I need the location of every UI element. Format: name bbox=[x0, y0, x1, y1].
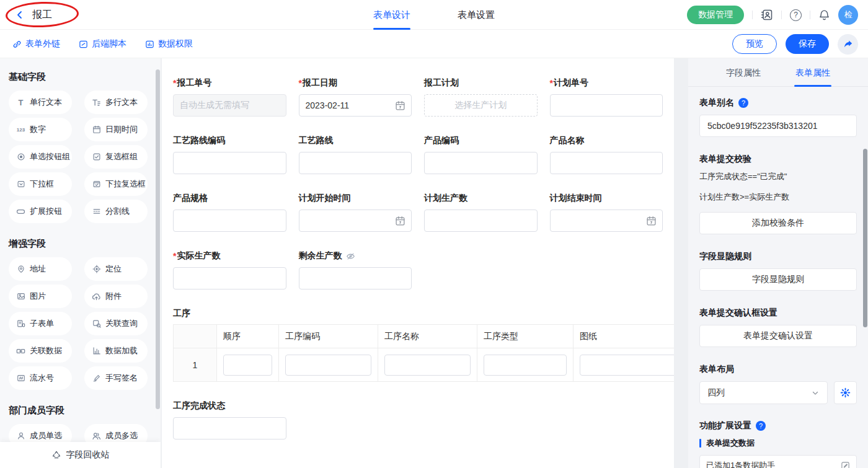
form-toolbar: 表单外链 后端脚本 数据权限 预览 保存 bbox=[0, 30, 868, 58]
palette-item-divider[interactable]: 分割线 bbox=[84, 200, 148, 223]
field-remaining-qty[interactable]: 剩余生产数 bbox=[299, 250, 412, 289]
cloud-upload-icon bbox=[91, 292, 102, 301]
help-icon[interactable]: ? bbox=[790, 9, 802, 21]
tab-form-design[interactable]: 表单设计 bbox=[373, 0, 410, 30]
process-name-cell-input[interactable] bbox=[384, 355, 471, 376]
palette-item-datetime[interactable]: 日期时间 bbox=[84, 118, 148, 141]
contacts-book-icon[interactable] bbox=[761, 9, 773, 21]
submit-data-assistant-input[interactable]: 已添加1条数据助手 bbox=[699, 455, 857, 468]
data-manage-button[interactable]: 数据管理 bbox=[687, 6, 744, 24]
layout-select[interactable]: 四列 bbox=[699, 381, 828, 404]
field-report-no[interactable]: *报工单号 自动生成无需填写 bbox=[173, 77, 286, 117]
palette-item-number[interactable]: 123数字 bbox=[9, 118, 72, 141]
product-spec-input[interactable] bbox=[173, 210, 286, 232]
calendar-icon[interactable] bbox=[646, 216, 657, 226]
field-report-plan[interactable]: 报工计划 选择生产计划 bbox=[424, 77, 538, 117]
plan-end-time-input[interactable] bbox=[550, 210, 663, 232]
select-plan-picker[interactable]: 选择生产计划 bbox=[424, 94, 538, 117]
tab-form-settings[interactable]: 表单设置 bbox=[458, 0, 495, 30]
gear-icon bbox=[840, 387, 851, 398]
user-avatar[interactable]: 检 bbox=[838, 5, 858, 25]
layout-settings-button[interactable] bbox=[834, 381, 857, 404]
plan-no-input[interactable] bbox=[550, 94, 663, 117]
palette-item-attachment[interactable]: 附件 bbox=[84, 285, 148, 308]
plan-qty-input[interactable] bbox=[424, 210, 538, 232]
palette-item-checkbox-group[interactable]: 复选框组 bbox=[84, 145, 148, 169]
palette-item-relation-data[interactable]: 关联数据 bbox=[9, 339, 72, 363]
calendar-icon[interactable] bbox=[395, 216, 405, 226]
route-input[interactable] bbox=[299, 152, 412, 174]
palette-item-relation-query[interactable]: 关联查询 bbox=[84, 312, 148, 335]
form-alias-input[interactable]: 5cbc0e919f52235f3b313201 bbox=[699, 115, 857, 137]
remaining-qty-input[interactable] bbox=[299, 267, 412, 289]
field-plan-start-time[interactable]: 计划开始时间 bbox=[299, 193, 412, 232]
button-icon bbox=[16, 207, 26, 216]
field-product-spec[interactable]: 产品规格 bbox=[173, 193, 286, 232]
field-plan-no[interactable]: *计划单号 bbox=[550, 77, 663, 117]
edit-pencil-icon[interactable] bbox=[841, 461, 850, 468]
share-button[interactable] bbox=[838, 34, 858, 55]
help-badge-icon[interactable]: ? bbox=[738, 98, 748, 108]
drawing-cell-input[interactable] bbox=[580, 355, 674, 376]
palette-item-multi-text[interactable]: 多行文本 bbox=[84, 91, 148, 114]
validation-rule[interactable]: 计划生产数>=实际生产数 bbox=[699, 192, 857, 203]
field-plan-end-time[interactable]: 计划结束时间 bbox=[550, 193, 663, 232]
data-permission-action[interactable]: 数据权限 bbox=[145, 38, 193, 50]
divider bbox=[810, 11, 810, 19]
visibility-rules-button[interactable]: 字段显隐规则 bbox=[699, 268, 857, 291]
palette-item-address[interactable]: 地址 bbox=[9, 257, 72, 281]
preview-button[interactable]: 预览 bbox=[732, 34, 777, 54]
submit-confirm-button[interactable]: 表单提交确认设置 bbox=[699, 325, 857, 347]
eye-off-icon[interactable] bbox=[346, 252, 355, 261]
tab-field-properties[interactable]: 字段属性 bbox=[726, 58, 761, 87]
palette-item-single-text[interactable]: T单行文本 bbox=[9, 91, 72, 114]
save-button[interactable]: 保存 bbox=[786, 34, 829, 54]
field-process-status[interactable]: 工序完成状态 bbox=[173, 400, 286, 439]
field-report-date[interactable]: *报工日期 2023-02-11 bbox=[299, 77, 412, 117]
calendar-icon[interactable] bbox=[395, 100, 405, 111]
product-code-input[interactable] bbox=[424, 152, 538, 174]
field-recycle-bin[interactable]: 字段回收站 bbox=[0, 442, 161, 468]
field-plan-qty[interactable]: 计划生产数 bbox=[424, 193, 538, 232]
text-icon: T bbox=[16, 98, 26, 107]
process-subtable[interactable]: 工序 顺序 工序编码 工序名称 工序类型 图纸 1 bbox=[173, 308, 663, 382]
chevron-down-icon bbox=[811, 389, 820, 397]
palette-item-serial-number[interactable]: 流水号 bbox=[9, 366, 72, 390]
palette-item-extend-button[interactable]: 扩展按钮 bbox=[9, 200, 72, 223]
bell-icon[interactable] bbox=[818, 9, 830, 21]
palette-item-image[interactable]: 图片 bbox=[9, 285, 72, 308]
panel-scrollbar[interactable] bbox=[863, 149, 867, 327]
report-date-input[interactable]: 2023-02-11 bbox=[299, 94, 412, 117]
plan-start-time-input[interactable] bbox=[299, 210, 412, 232]
top-header: 报工 表单设计 表单设置 数据管理 ? 检 bbox=[0, 0, 868, 30]
palette-item-data-load[interactable]: 数据加载 bbox=[84, 339, 148, 363]
col-header-order: 顺序 bbox=[217, 325, 279, 348]
order-cell-input[interactable] bbox=[223, 355, 272, 376]
validation-rule[interactable]: 工序完成状态=="已完成" bbox=[699, 171, 857, 182]
field-actual-qty[interactable]: *实际生产数 bbox=[173, 250, 286, 289]
actual-qty-input[interactable] bbox=[173, 267, 286, 289]
section-title-members: 部门成员字段 bbox=[9, 405, 161, 417]
field-route[interactable]: 工艺路线 bbox=[299, 135, 412, 174]
palette-item-signature[interactable]: 手写签名 bbox=[84, 366, 148, 390]
palette-item-multi-select[interactable]: 下拉复选框 bbox=[84, 172, 148, 196]
field-product-name[interactable]: 产品名称 bbox=[550, 135, 663, 174]
product-name-input[interactable] bbox=[550, 152, 663, 174]
process-status-input[interactable] bbox=[173, 417, 286, 439]
palette-item-locate[interactable]: 定位 bbox=[84, 257, 148, 281]
process-type-cell-input[interactable] bbox=[484, 355, 567, 376]
sidebar-scrollbar[interactable] bbox=[156, 69, 160, 409]
tab-form-properties[interactable]: 表单属性 bbox=[795, 58, 830, 87]
process-code-cell-input[interactable] bbox=[285, 355, 371, 376]
backend-script-action[interactable]: 后端脚本 bbox=[79, 38, 126, 50]
field-product-code[interactable]: 产品编码 bbox=[424, 135, 538, 174]
external-link-action[interactable]: 表单外链 bbox=[12, 38, 60, 50]
report-no-input[interactable]: 自动生成无需填写 bbox=[173, 94, 286, 117]
route-code-input[interactable] bbox=[173, 152, 286, 174]
field-route-code[interactable]: 工艺路线编码 bbox=[173, 135, 286, 174]
palette-item-radio-group[interactable]: 单选按钮组 bbox=[9, 145, 72, 169]
palette-item-subform[interactable]: 子表单 bbox=[9, 312, 72, 335]
palette-item-select[interactable]: 下拉框 bbox=[9, 172, 72, 196]
add-validation-button[interactable]: 添加校验条件 bbox=[699, 212, 857, 234]
help-badge-icon[interactable]: ? bbox=[756, 421, 766, 431]
